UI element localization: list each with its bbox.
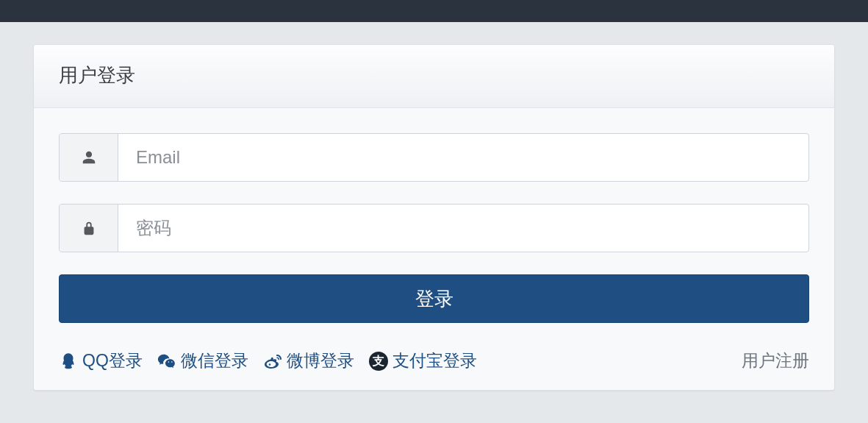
weibo-icon (263, 352, 282, 371)
wechat-icon (157, 352, 176, 371)
login-panel: 用户登录 登录 (33, 44, 835, 391)
svg-point-0 (268, 363, 270, 366)
panel-header: 用户登录 (34, 45, 834, 108)
alipay-login-link[interactable]: 支 支付宝登录 (369, 349, 477, 372)
password-field-group (59, 204, 809, 252)
alipay-icon: 支 (369, 352, 388, 371)
panel-body: 登录 QQ登录 微信登录 (34, 108, 834, 390)
top-nav-bar (0, 0, 868, 22)
alipay-login-label: 支付宝登录 (392, 349, 477, 372)
weibo-login-link[interactable]: 微博登录 (263, 349, 354, 372)
page-content: 用户登录 登录 (0, 22, 868, 391)
user-icon (60, 134, 118, 181)
email-input[interactable] (118, 134, 808, 181)
wechat-login-link[interactable]: 微信登录 (157, 349, 248, 372)
social-login-links: QQ登录 微信登录 微博登录 (59, 349, 477, 372)
qq-icon (59, 352, 78, 371)
password-input[interactable] (118, 205, 808, 252)
weibo-login-label: 微博登录 (287, 349, 354, 372)
lock-icon (60, 205, 118, 252)
email-field-group (59, 133, 809, 182)
register-link[interactable]: 用户注册 (742, 349, 809, 372)
qq-login-label: QQ登录 (82, 349, 143, 372)
login-button[interactable]: 登录 (59, 274, 809, 323)
footer-row: QQ登录 微信登录 微博登录 (59, 349, 809, 372)
wechat-login-label: 微信登录 (181, 349, 248, 372)
panel-title: 用户登录 (59, 63, 809, 88)
qq-login-link[interactable]: QQ登录 (59, 349, 143, 372)
